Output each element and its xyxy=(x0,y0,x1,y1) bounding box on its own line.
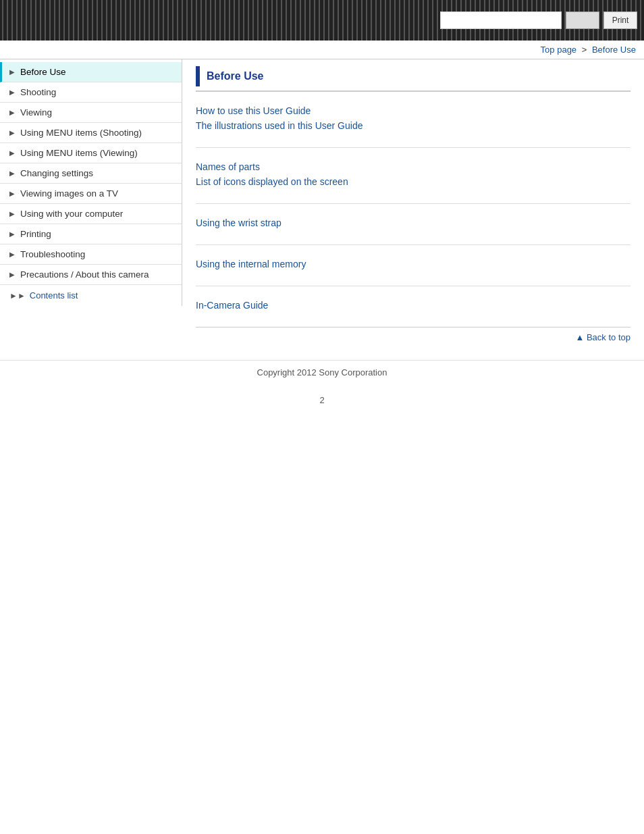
section-header: Before Use xyxy=(196,66,630,92)
link-names-of-parts[interactable]: Names of parts xyxy=(196,161,630,172)
sidebar-item-viewing-tv[interactable]: ▶ Viewing images on a TV xyxy=(0,184,182,204)
main-layout: ▶ Before Use ▶ Shooting ▶ Viewing ▶ Usin… xyxy=(0,59,644,360)
link-how-to-use[interactable]: How to use this User Guide xyxy=(196,105,630,116)
arrow-icon: ▶ xyxy=(9,210,15,217)
sidebar-item-label: Using with your computer xyxy=(20,209,123,219)
sidebar-item-changing-settings[interactable]: ▶ Changing settings xyxy=(0,163,182,184)
header-search-area: Print xyxy=(440,11,637,29)
arrow-right-icon: ►► xyxy=(9,291,26,301)
arrow-icon: ▶ xyxy=(9,251,15,258)
link-wrist-strap[interactable]: Using the wrist strap xyxy=(196,217,630,228)
breadcrumb-separator: > xyxy=(582,45,587,55)
sidebar-item-precautions[interactable]: ▶ Precautions / About this camera xyxy=(0,265,182,285)
sidebar-item-label: Shooting xyxy=(20,87,56,97)
divider-2 xyxy=(196,203,630,204)
content-group-1: How to use this User Guide The illustrat… xyxy=(196,105,630,131)
arrow-icon: ▶ xyxy=(9,149,15,157)
header: Print xyxy=(0,0,644,41)
arrow-icon: ▶ xyxy=(9,88,15,96)
footer: Copyright 2012 Sony Corporation xyxy=(0,360,644,384)
sidebar-item-label: Viewing xyxy=(20,107,52,118)
page-number: 2 xyxy=(0,384,644,416)
arrow-icon: ▶ xyxy=(9,271,15,278)
print-button[interactable]: Print xyxy=(603,11,637,29)
sidebar-item-label: Printing xyxy=(20,229,51,239)
sidebar: ▶ Before Use ▶ Shooting ▶ Viewing ▶ Usin… xyxy=(0,59,182,306)
back-to-top-bar: ▲ Back to top xyxy=(196,327,630,346)
content-area: Before Use How to use this User Guide Th… xyxy=(182,59,644,360)
divider-4 xyxy=(196,286,630,286)
sidebar-item-label: Before Use xyxy=(20,67,66,77)
sidebar-item-label: Using MENU items (Viewing) xyxy=(20,148,138,158)
link-internal-memory[interactable]: Using the internal memory xyxy=(196,259,630,269)
sidebar-item-before-use[interactable]: ▶ Before Use xyxy=(0,62,182,82)
divider-3 xyxy=(196,244,630,245)
contents-list-label: Contents list xyxy=(30,290,78,301)
sidebar-item-label: Using MENU items (Shooting) xyxy=(20,128,142,138)
link-illustrations[interactable]: The illustrations used in this User Guid… xyxy=(196,120,630,131)
sidebar-item-label: Troubleshooting xyxy=(20,249,85,259)
arrow-icon: ▶ xyxy=(9,190,15,197)
sidebar-item-label: Changing settings xyxy=(20,168,93,178)
arrow-icon: ▶ xyxy=(9,129,15,136)
sidebar-item-using-menu-viewing[interactable]: ▶ Using MENU items (Viewing) xyxy=(0,143,182,163)
sidebar-item-using-computer[interactable]: ▶ Using with your computer xyxy=(0,204,182,224)
breadcrumb-current: Before Use xyxy=(592,45,636,55)
copyright-text: Copyright 2012 Sony Corporation xyxy=(257,367,387,377)
breadcrumb-top-page[interactable]: Top page xyxy=(541,45,577,55)
arrow-icon: ▶ xyxy=(9,109,15,116)
sidebar-item-shooting[interactable]: ▶ Shooting xyxy=(0,82,182,103)
arrow-icon: ▶ xyxy=(9,230,15,238)
sidebar-item-viewing[interactable]: ▶ Viewing xyxy=(0,103,182,123)
search-input[interactable] xyxy=(440,11,562,29)
sidebar-item-label: Viewing images on a TV xyxy=(20,188,118,199)
content-group-4: Using the internal memory xyxy=(196,259,630,269)
section-header-bar xyxy=(196,66,200,86)
section-title: Before Use xyxy=(207,70,263,82)
divider-1 xyxy=(196,147,630,148)
sidebar-item-using-menu-shooting[interactable]: ▶ Using MENU items (Shooting) xyxy=(0,123,182,143)
arrow-icon: ▶ xyxy=(9,68,15,76)
link-in-camera-guide[interactable]: In-Camera Guide xyxy=(196,300,630,311)
back-to-top-link[interactable]: ▲ Back to top xyxy=(575,332,630,342)
breadcrumb: Top page > Before Use xyxy=(0,41,644,59)
arrow-icon: ▶ xyxy=(9,170,15,177)
content-group-2: Names of parts List of icons displayed o… xyxy=(196,161,630,187)
go-button[interactable] xyxy=(566,11,599,29)
content-group-3: Using the wrist strap xyxy=(196,217,630,228)
contents-list-link[interactable]: ►► Contents list xyxy=(0,285,182,306)
sidebar-item-label: Precautions / About this camera xyxy=(20,269,149,280)
sidebar-item-troubleshooting[interactable]: ▶ Troubleshooting xyxy=(0,244,182,265)
link-list-of-icons[interactable]: List of icons displayed on the screen xyxy=(196,176,630,187)
content-group-5: In-Camera Guide xyxy=(196,300,630,311)
sidebar-item-printing[interactable]: ▶ Printing xyxy=(0,224,182,244)
